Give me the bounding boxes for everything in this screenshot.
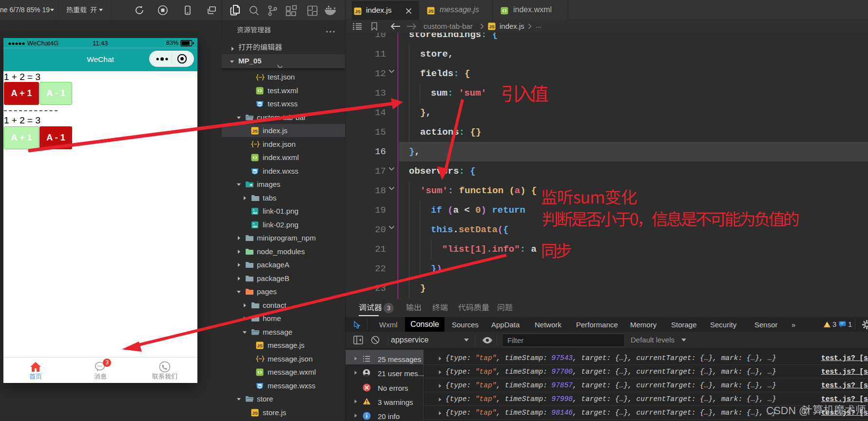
svg-text:JS: JS [428,8,434,14]
svg-text:JS: JS [252,128,258,134]
svg-text:JS: JS [257,343,263,348]
svg-text:JS: JS [252,410,258,416]
svg-text:JS: JS [489,24,495,29]
svg-text:JS: JS [355,9,361,14]
